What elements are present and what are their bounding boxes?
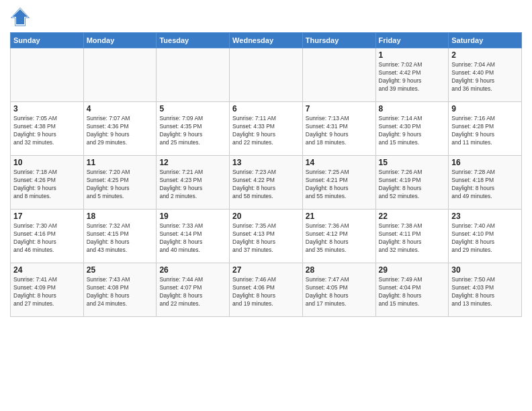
day-number: 25 bbox=[87, 265, 154, 275]
day-info: Sunrise: 7:32 AM Sunset: 4:15 PM Dayligh… bbox=[87, 222, 154, 255]
calendar-cell: 10Sunrise: 7:18 AM Sunset: 4:26 PM Dayli… bbox=[11, 156, 84, 210]
weekday-header-saturday: Saturday bbox=[449, 33, 522, 48]
day-number: 27 bbox=[232, 265, 300, 275]
week-row-3: 10Sunrise: 7:18 AM Sunset: 4:26 PM Dayli… bbox=[11, 156, 522, 210]
weekday-header-sunday: Sunday bbox=[11, 33, 84, 48]
day-info: Sunrise: 7:36 AM Sunset: 4:12 PM Dayligh… bbox=[306, 222, 373, 255]
logo bbox=[10, 7, 33, 27]
calendar-cell: 8Sunrise: 7:14 AM Sunset: 4:30 PM Daylig… bbox=[375, 102, 449, 156]
day-info: Sunrise: 7:26 AM Sunset: 4:19 PM Dayligh… bbox=[379, 169, 446, 201]
day-number: 24 bbox=[13, 265, 81, 275]
day-info: Sunrise: 7:18 AM Sunset: 4:26 PM Dayligh… bbox=[13, 169, 81, 201]
day-info: Sunrise: 7:14 AM Sunset: 4:30 PM Dayligh… bbox=[379, 115, 446, 147]
day-info: Sunrise: 7:44 AM Sunset: 4:07 PM Dayligh… bbox=[159, 276, 226, 308]
day-info: Sunrise: 7:46 AM Sunset: 4:06 PM Dayligh… bbox=[232, 276, 300, 308]
calendar-cell: 26Sunrise: 7:44 AM Sunset: 4:07 PM Dayli… bbox=[157, 263, 230, 317]
day-number: 28 bbox=[306, 265, 373, 275]
calendar-cell: 25Sunrise: 7:43 AM Sunset: 4:08 PM Dayli… bbox=[83, 263, 157, 317]
calendar-cell bbox=[83, 48, 157, 102]
day-info: Sunrise: 7:25 AM Sunset: 4:21 PM Dayligh… bbox=[306, 169, 373, 201]
day-info: Sunrise: 7:13 AM Sunset: 4:31 PM Dayligh… bbox=[306, 115, 373, 147]
day-info: Sunrise: 7:40 AM Sunset: 4:10 PM Dayligh… bbox=[451, 222, 519, 255]
calendar-cell bbox=[11, 48, 84, 102]
day-info: Sunrise: 7:11 AM Sunset: 4:33 PM Dayligh… bbox=[232, 115, 300, 147]
day-number: 7 bbox=[306, 104, 373, 113]
day-info: Sunrise: 7:35 AM Sunset: 4:13 PM Dayligh… bbox=[232, 222, 300, 255]
page: SundayMondayTuesdayWednesdayThursdayFrid… bbox=[0, 0, 532, 411]
day-number: 18 bbox=[87, 212, 154, 221]
weekday-header-tuesday: Tuesday bbox=[157, 33, 230, 48]
weekday-header-friday: Friday bbox=[375, 33, 449, 48]
day-info: Sunrise: 7:23 AM Sunset: 4:22 PM Dayligh… bbox=[232, 169, 300, 201]
day-number: 30 bbox=[451, 265, 519, 275]
day-number: 23 bbox=[451, 212, 519, 221]
calendar-cell: 2Sunrise: 7:04 AM Sunset: 4:40 PM Daylig… bbox=[449, 48, 522, 102]
calendar-cell: 27Sunrise: 7:46 AM Sunset: 4:06 PM Dayli… bbox=[230, 263, 303, 317]
day-number: 8 bbox=[379, 104, 446, 113]
day-number: 2 bbox=[451, 50, 519, 60]
day-number: 21 bbox=[306, 212, 373, 221]
day-number: 15 bbox=[379, 158, 446, 167]
calendar-cell: 6Sunrise: 7:11 AM Sunset: 4:33 PM Daylig… bbox=[230, 102, 303, 156]
calendar-cell: 3Sunrise: 7:05 AM Sunset: 4:38 PM Daylig… bbox=[11, 102, 84, 156]
calendar-cell: 1Sunrise: 7:02 AM Sunset: 4:42 PM Daylig… bbox=[375, 48, 449, 102]
day-info: Sunrise: 7:09 AM Sunset: 4:35 PM Dayligh… bbox=[159, 115, 226, 147]
weekday-header-thursday: Thursday bbox=[302, 33, 375, 48]
calendar-cell: 19Sunrise: 7:33 AM Sunset: 4:14 PM Dayli… bbox=[157, 210, 230, 263]
calendar-cell: 18Sunrise: 7:32 AM Sunset: 4:15 PM Dayli… bbox=[83, 210, 157, 263]
day-number: 13 bbox=[232, 158, 300, 167]
day-number: 4 bbox=[87, 104, 154, 113]
day-number: 17 bbox=[13, 212, 81, 221]
day-info: Sunrise: 7:47 AM Sunset: 4:05 PM Dayligh… bbox=[306, 276, 373, 308]
calendar-cell: 12Sunrise: 7:21 AM Sunset: 4:23 PM Dayli… bbox=[157, 156, 230, 210]
calendar-cell: 4Sunrise: 7:07 AM Sunset: 4:36 PM Daylig… bbox=[83, 102, 157, 156]
calendar-cell: 5Sunrise: 7:09 AM Sunset: 4:35 PM Daylig… bbox=[157, 102, 230, 156]
day-number: 16 bbox=[451, 158, 519, 167]
day-info: Sunrise: 7:21 AM Sunset: 4:23 PM Dayligh… bbox=[159, 169, 226, 201]
day-number: 5 bbox=[159, 104, 226, 113]
calendar-cell bbox=[302, 48, 375, 102]
calendar-cell: 29Sunrise: 7:49 AM Sunset: 4:04 PM Dayli… bbox=[375, 263, 449, 317]
day-info: Sunrise: 7:30 AM Sunset: 4:16 PM Dayligh… bbox=[13, 222, 81, 255]
calendar-cell: 11Sunrise: 7:20 AM Sunset: 4:25 PM Dayli… bbox=[83, 156, 157, 210]
calendar-cell: 15Sunrise: 7:26 AM Sunset: 4:19 PM Dayli… bbox=[375, 156, 449, 210]
logo-icon bbox=[10, 7, 30, 27]
calendar-cell: 13Sunrise: 7:23 AM Sunset: 4:22 PM Dayli… bbox=[230, 156, 303, 210]
day-number: 9 bbox=[451, 104, 519, 113]
day-info: Sunrise: 7:16 AM Sunset: 4:28 PM Dayligh… bbox=[451, 115, 519, 147]
day-number: 1 bbox=[379, 50, 446, 60]
calendar-cell: 28Sunrise: 7:47 AM Sunset: 4:05 PM Dayli… bbox=[302, 263, 375, 317]
day-info: Sunrise: 7:05 AM Sunset: 4:38 PM Dayligh… bbox=[13, 115, 81, 147]
day-info: Sunrise: 7:20 AM Sunset: 4:25 PM Dayligh… bbox=[87, 169, 154, 201]
weekday-header-monday: Monday bbox=[83, 33, 157, 48]
day-number: 26 bbox=[159, 265, 226, 275]
day-info: Sunrise: 7:33 AM Sunset: 4:14 PM Dayligh… bbox=[159, 222, 226, 255]
calendar-cell: 16Sunrise: 7:28 AM Sunset: 4:18 PM Dayli… bbox=[449, 156, 522, 210]
day-number: 14 bbox=[306, 158, 373, 167]
day-info: Sunrise: 7:38 AM Sunset: 4:11 PM Dayligh… bbox=[379, 222, 446, 255]
calendar-cell: 23Sunrise: 7:40 AM Sunset: 4:10 PM Dayli… bbox=[449, 210, 522, 263]
day-info: Sunrise: 7:49 AM Sunset: 4:04 PM Dayligh… bbox=[379, 276, 446, 308]
day-number: 12 bbox=[159, 158, 226, 167]
day-number: 10 bbox=[13, 158, 81, 167]
day-info: Sunrise: 7:28 AM Sunset: 4:18 PM Dayligh… bbox=[451, 169, 519, 201]
day-number: 19 bbox=[159, 212, 226, 221]
day-info: Sunrise: 7:04 AM Sunset: 4:40 PM Dayligh… bbox=[451, 61, 519, 93]
day-info: Sunrise: 7:50 AM Sunset: 4:03 PM Dayligh… bbox=[451, 276, 519, 308]
calendar-cell: 14Sunrise: 7:25 AM Sunset: 4:21 PM Dayli… bbox=[302, 156, 375, 210]
day-number: 29 bbox=[379, 265, 446, 275]
weekday-header-row: SundayMondayTuesdayWednesdayThursdayFrid… bbox=[11, 33, 522, 48]
calendar-cell: 21Sunrise: 7:36 AM Sunset: 4:12 PM Dayli… bbox=[302, 210, 375, 263]
calendar-cell: 9Sunrise: 7:16 AM Sunset: 4:28 PM Daylig… bbox=[449, 102, 522, 156]
weekday-header-wednesday: Wednesday bbox=[230, 33, 303, 48]
calendar-cell: 30Sunrise: 7:50 AM Sunset: 4:03 PM Dayli… bbox=[449, 263, 522, 317]
day-info: Sunrise: 7:02 AM Sunset: 4:42 PM Dayligh… bbox=[379, 61, 446, 93]
calendar-cell: 22Sunrise: 7:38 AM Sunset: 4:11 PM Dayli… bbox=[375, 210, 449, 263]
day-info: Sunrise: 7:07 AM Sunset: 4:36 PM Dayligh… bbox=[87, 115, 154, 147]
day-number: 3 bbox=[13, 104, 81, 113]
day-info: Sunrise: 7:41 AM Sunset: 4:09 PM Dayligh… bbox=[13, 276, 81, 308]
day-info: Sunrise: 7:43 AM Sunset: 4:08 PM Dayligh… bbox=[87, 276, 154, 308]
day-number: 20 bbox=[232, 212, 300, 221]
calendar-cell: 24Sunrise: 7:41 AM Sunset: 4:09 PM Dayli… bbox=[11, 263, 84, 317]
week-row-4: 17Sunrise: 7:30 AM Sunset: 4:16 PM Dayli… bbox=[11, 210, 522, 263]
